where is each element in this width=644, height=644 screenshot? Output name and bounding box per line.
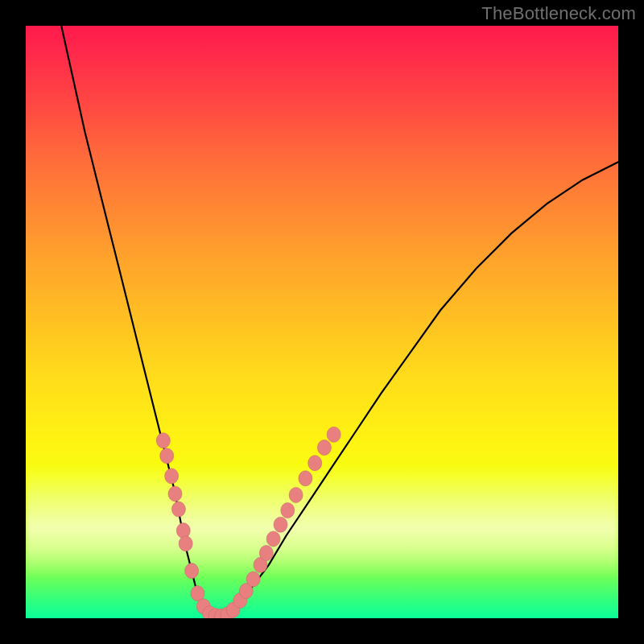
curve-marker bbox=[317, 440, 331, 456]
curve-marker bbox=[308, 456, 322, 471]
curve-marker bbox=[281, 503, 295, 518]
curve-marker bbox=[246, 572, 260, 587]
curve-marker bbox=[259, 546, 273, 561]
curve-marker bbox=[168, 486, 182, 502]
marker-layer bbox=[156, 427, 341, 618]
curve-marker bbox=[156, 433, 170, 448]
chart-frame: TheBottleneck.com bbox=[0, 0, 644, 644]
curve-marker bbox=[179, 536, 192, 551]
curve-marker bbox=[289, 487, 303, 502]
watermark-text: TheBottleneck.com bbox=[481, 3, 636, 24]
bottleneck-curve bbox=[61, 26, 618, 618]
curve-marker bbox=[299, 471, 312, 486]
curve-layer bbox=[26, 26, 618, 618]
curve-marker bbox=[266, 531, 280, 547]
curve-marker bbox=[171, 502, 185, 517]
curve-marker bbox=[274, 517, 287, 532]
curve-marker bbox=[160, 448, 174, 464]
curve-marker bbox=[327, 427, 341, 442]
curve-marker bbox=[165, 469, 179, 484]
plot-area bbox=[26, 26, 618, 618]
curve-marker bbox=[185, 564, 199, 579]
curve-marker bbox=[176, 523, 190, 539]
